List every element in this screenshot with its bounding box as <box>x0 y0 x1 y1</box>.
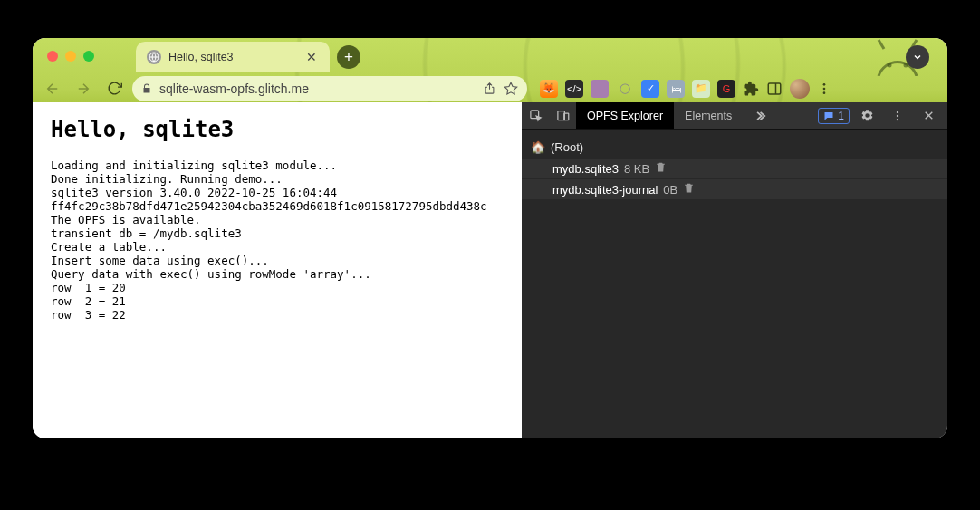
bookmark-star-icon[interactable] <box>504 82 518 96</box>
house-icon: 🏠 <box>531 140 545 154</box>
reload-button[interactable] <box>101 76 127 101</box>
user-avatar[interactable] <box>790 79 810 99</box>
devtools-more-tabs[interactable] <box>743 102 777 129</box>
devtools-tab-elements[interactable]: Elements <box>674 102 743 129</box>
trash-icon[interactable] <box>655 161 667 176</box>
tree-root[interactable]: 🏠 (Root) <box>522 137 947 158</box>
browser-tab-active[interactable]: Hello, sqlite3 ✕ <box>136 42 330 72</box>
address-bar[interactable]: sqlite-wasm-opfs.glitch.me <box>132 76 527 101</box>
extension-icon[interactable]: </> <box>565 80 583 98</box>
extension-icons: 🦊 </> ◯ ✓ 🛏 📁 G <box>540 79 831 99</box>
svg-point-8 <box>823 87 826 90</box>
window-close-button[interactable] <box>47 51 58 62</box>
page-heading: Hello, sqlite3 <box>51 117 504 142</box>
file-size: 0B <box>663 183 677 197</box>
tab-title: Hello, sqlite3 <box>168 51 295 63</box>
tab-strip: Hello, sqlite3 ✕ + <box>136 42 929 72</box>
svg-rect-5 <box>768 83 781 94</box>
extension-icon[interactable]: 📁 <box>692 80 710 98</box>
log-line: Query data with exec() using rowMode 'ar… <box>51 267 504 281</box>
log-line: row 2 = 21 <box>51 294 504 308</box>
inspect-element-icon[interactable] <box>522 102 549 129</box>
log-line: row 3 = 22 <box>51 308 504 322</box>
chat-icon <box>823 111 834 121</box>
device-toggle-icon[interactable] <box>549 102 576 129</box>
forward-button[interactable] <box>71 76 96 101</box>
extension-icon[interactable] <box>591 80 609 98</box>
kebab-menu-icon[interactable] <box>817 82 831 96</box>
browser-toolbar: sqlite-wasm-opfs.glitch.me 🦊 </> ◯ ✓ 🛏 📁… <box>33 74 947 102</box>
tab-search-button[interactable] <box>906 45 929 69</box>
browser-window: Hello, sqlite3 ✕ + sqlite-wasm-opfs.glit… <box>33 38 947 438</box>
tree-item[interactable]: mydb.sqlite3 8 KB <box>522 159 947 178</box>
svg-point-9 <box>823 91 826 94</box>
window-fullscreen-button[interactable] <box>83 51 94 62</box>
log-line: Insert some data using exec()... <box>51 254 504 267</box>
window-minimize-button[interactable] <box>65 51 76 62</box>
extension-icon[interactable]: 🦊 <box>540 80 558 98</box>
share-icon[interactable] <box>483 82 496 95</box>
svg-point-7 <box>823 83 826 86</box>
extensions-puzzle-icon[interactable] <box>743 81 759 97</box>
log-line: sqlite3 version 3.40.0 2022-10-25 16:04:… <box>51 186 504 199</box>
console-log: Loading and initializing sqlite3 module.… <box>51 159 504 322</box>
log-line: transient db = /mydb.sqlite3 <box>51 226 504 240</box>
trash-icon[interactable] <box>683 182 695 197</box>
file-size: 8 KB <box>624 162 649 176</box>
root-label: (Root) <box>551 140 583 154</box>
new-tab-button[interactable]: + <box>337 45 360 69</box>
devtools-tab-bar: OPFS Explorer Elements 1 <box>522 102 947 130</box>
file-name: mydb.sqlite3-journal <box>552 183 658 197</box>
close-tab-button[interactable]: ✕ <box>303 48 321 66</box>
devtools-close-icon[interactable] <box>915 110 942 121</box>
issues-badge[interactable]: 1 <box>818 108 850 124</box>
globe-icon <box>147 50 161 64</box>
svg-point-14 <box>897 114 898 116</box>
extension-icon[interactable]: ◯ <box>616 80 634 98</box>
log-line: Done initializing. Running demo... <box>51 172 504 186</box>
extension-icon[interactable]: ✓ <box>641 80 659 98</box>
log-line: row 1 = 20 <box>51 281 504 294</box>
web-page: Hello, sqlite3 Loading and initializing … <box>33 102 522 438</box>
extension-icon[interactable]: G <box>717 80 735 98</box>
macos-traffic-lights <box>47 51 94 62</box>
log-line: Loading and initializing sqlite3 module.… <box>51 159 504 172</box>
log-line: Create a table... <box>51 240 504 254</box>
opfs-file-tree: 🏠 (Root) mydb.sqlite3 8 KB mydb.sqlite3-… <box>522 130 947 438</box>
url-text: sqlite-wasm-opfs.glitch.me <box>159 82 309 96</box>
devtools-tab-opfs-explorer[interactable]: OPFS Explorer <box>576 102 674 129</box>
devtools-kebab-icon[interactable] <box>884 110 911 122</box>
content-area: Hello, sqlite3 Loading and initializing … <box>33 102 947 438</box>
svg-point-13 <box>897 111 898 112</box>
svg-point-15 <box>897 118 898 120</box>
side-panel-icon[interactable] <box>766 81 783 97</box>
log-line: ff4fc29c38b78dfd471e25942304cba352469d60… <box>51 199 504 213</box>
back-button[interactable] <box>40 76 65 101</box>
issues-count: 1 <box>838 110 844 122</box>
extension-icon[interactable]: 🛏 <box>667 80 685 98</box>
lock-icon <box>141 83 152 94</box>
devtools-settings-icon[interactable] <box>853 109 880 122</box>
file-name: mydb.sqlite3 <box>552 162 619 176</box>
tree-item[interactable]: mydb.sqlite3-journal 0B <box>522 179 947 199</box>
log-line: The OPFS is available. <box>51 213 504 226</box>
devtools-panel: OPFS Explorer Elements 1 <box>522 102 947 438</box>
